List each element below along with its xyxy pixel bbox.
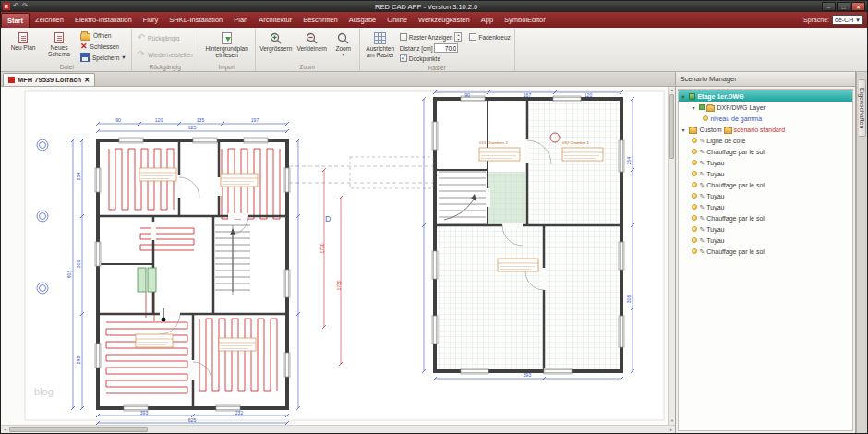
- menu-tab-plan[interactable]: Plan: [228, 12, 253, 28]
- scenario-item[interactable]: ✎Tuyau: [679, 223, 852, 235]
- redo-icon: ↷: [138, 50, 145, 59]
- menu-tab-shkl-installation[interactable]: SHKL-Installation: [163, 12, 228, 28]
- menu-tab-ausgabe[interactable]: Ausgabe: [344, 12, 382, 28]
- zoom-out-button[interactable]: Verkleinern: [295, 30, 329, 63]
- zoom-dropdown-icon[interactable]: ▾: [342, 53, 344, 58]
- minimize-button[interactable]: –: [822, 2, 836, 11]
- raster-show-checkbox[interactable]: [400, 33, 407, 41]
- menu-tab-online[interactable]: Online: [381, 12, 413, 28]
- quick-undo-icon[interactable]: ↶: [13, 2, 19, 11]
- scenario-item[interactable]: ✎Tuyau: [679, 190, 852, 201]
- distance-input[interactable]: [434, 43, 458, 53]
- pencil-icon: ✎: [699, 204, 705, 211]
- crosshair-label: Fadenkreuz: [478, 34, 510, 41]
- menu-tab-app[interactable]: App: [476, 12, 499, 28]
- expand-icon[interactable]: ▾: [681, 93, 687, 100]
- folder-icon: [706, 105, 715, 112]
- quick-redo-icon[interactable]: ↷: [22, 2, 29, 11]
- canvas-horizontal-scrollbar[interactable]: ◄ ►: [1, 425, 675, 433]
- scenario-item[interactable]: ✎Tuyau: [679, 235, 852, 246]
- save-button[interactable]: Speichern ▾: [78, 53, 127, 63]
- scenario-item-label: Chauffage par le sol: [706, 248, 765, 255]
- main-area: MFH 79539 Lörrach ✕: [1, 72, 867, 433]
- zoom-button[interactable]: Zoom ▾: [332, 30, 356, 63]
- undo-button[interactable]: ↶ Rückgängig: [136, 33, 195, 43]
- document-close-icon[interactable]: ✕: [84, 77, 90, 84]
- scenario-item[interactable]: ✎Tuyau: [679, 168, 852, 179]
- menu-tab-symboleditor[interactable]: SymbolEditor: [499, 12, 551, 28]
- scenario-item[interactable]: ✎Chauffage par le sol: [679, 146, 852, 157]
- scroll-up-icon[interactable]: ▲: [669, 87, 675, 94]
- dockpoints-checkbox[interactable]: [400, 54, 407, 62]
- new-schema-button[interactable]: Neues Schema: [42, 30, 76, 63]
- scenario-item[interactable]: ✎Chauffage par le sol: [679, 212, 852, 223]
- tree-level-label: niveau de gamma: [710, 115, 762, 122]
- menu-tab-zeichnen[interactable]: Zeichnen: [30, 12, 69, 28]
- save-dropdown-icon[interactable]: ▾: [122, 54, 125, 61]
- menu-tab-beschriften[interactable]: Beschriften: [297, 12, 344, 28]
- menu-tab-architektur[interactable]: Architektur: [253, 12, 297, 28]
- maximize-button[interactable]: □: [837, 2, 850, 11]
- vertical-scroll-thumb[interactable]: [669, 94, 674, 159]
- ribbon: Neu Plan Neues Schema Öffnen ✕ Schliesse…: [1, 28, 867, 72]
- stepper-down-icon[interactable]: ▼: [455, 38, 461, 42]
- floor-plan-svg: 9012013519762525430629890539323262590167…: [1, 87, 670, 425]
- redo-label: Wiederherstellen: [148, 52, 193, 58]
- zoom-icon: [337, 32, 349, 44]
- redo-button[interactable]: ↷ Wiederherstellen: [136, 50, 195, 60]
- open-button[interactable]: Öffnen: [78, 30, 127, 41]
- dimension-label: 905: [66, 271, 72, 279]
- scenario-item-label: Chauffage par le sol: [706, 215, 765, 222]
- close-button[interactable]: ✕: [851, 2, 865, 11]
- menu-tab-start[interactable]: Start: [1, 13, 30, 28]
- scenario-item-label: Tuyau: [706, 204, 724, 211]
- close-file-button[interactable]: ✕ Schliessen: [78, 42, 127, 52]
- expand-icon[interactable]: ▾: [692, 104, 697, 111]
- properties-tab[interactable]: Eigenschaften: [859, 79, 866, 137]
- align-raster-label: Ausrichten am Raster: [365, 45, 396, 58]
- menu-tab-werkzeugk-sten[interactable]: Werkzeugkästen: [413, 12, 476, 28]
- tree-root-label: Etage 1er.DWG: [697, 93, 743, 100]
- zoom-in-button[interactable]: Vergrössern: [259, 30, 293, 63]
- canvas-column: MFH 79539 Lörrach ✕: [1, 72, 676, 433]
- tree-root-item[interactable]: ▾ Etage 1er.DWG: [679, 90, 852, 102]
- scenario-item[interactable]: ✎Ligne de cote: [679, 135, 852, 146]
- scroll-right-icon[interactable]: ►: [667, 426, 675, 433]
- scroll-down-icon[interactable]: ▼: [669, 417, 675, 425]
- room-label: 032 Chambre 1: [562, 140, 590, 145]
- tree-level-item[interactable]: niveau de gamma: [679, 113, 852, 124]
- dimension-label: 232: [235, 410, 244, 416]
- raster-size-stepper[interactable]: ▲▼: [454, 32, 462, 42]
- right-dock-strip: Eigenschaften: [856, 72, 867, 433]
- bulb-icon: [703, 115, 708, 121]
- drawing-canvas[interactable]: 9012013519762525430629890539323262590167…: [1, 87, 675, 425]
- layer-status-icon: [699, 104, 705, 110]
- bulb-icon: [692, 237, 697, 243]
- pencil-icon: ✎: [699, 182, 705, 188]
- scenario-item[interactable]: ✎Chauffage par le sol: [679, 246, 852, 257]
- background-import-button[interactable]: Hintergrundplan einlesen: [203, 30, 251, 63]
- dimension-label: 90: [464, 92, 470, 98]
- menu-tab-flury[interactable]: Flury: [138, 12, 164, 28]
- scenario-item[interactable]: ✎Chauffage par le sol: [679, 179, 852, 190]
- dimension-label: 120: [155, 117, 163, 123]
- tree-custom-item[interactable]: ▾ Custom scénario standard: [679, 124, 852, 135]
- crosshair-checkbox[interactable]: [469, 33, 476, 41]
- close-file-icon: ✕: [80, 42, 88, 51]
- document-tab[interactable]: MFH 79539 Lörrach ✕: [3, 73, 95, 86]
- dimension-label: 625: [188, 417, 197, 423]
- tree-layer-item[interactable]: ▾ DXF/DWG Layer: [679, 102, 852, 113]
- new-plan-button[interactable]: Neu Plan: [6, 30, 40, 63]
- menu-tab-elektro-installation[interactable]: Elektro-Installation: [69, 12, 138, 28]
- scenario-item-label: Tuyau: [706, 160, 724, 166]
- language-select[interactable]: de-CH ▾: [832, 15, 863, 25]
- titlebar: R ↶ ↷ RED CAD APP - Version 3.10.2.0 – □…: [1, 1, 867, 12]
- scenario-item[interactable]: ✎Tuyau: [679, 157, 852, 168]
- expand-icon[interactable]: ▾: [681, 127, 687, 133]
- canvas-vertical-scrollbar[interactable]: ▲ ▼: [668, 87, 675, 425]
- scroll-left-icon[interactable]: ◄: [1, 426, 9, 433]
- align-raster-button[interactable]: Ausrichten am Raster: [364, 30, 397, 64]
- scenario-item[interactable]: ✎Tuyau: [679, 201, 852, 212]
- bulb-icon: [692, 182, 697, 187]
- horizontal-scroll-thumb[interactable]: [9, 427, 148, 432]
